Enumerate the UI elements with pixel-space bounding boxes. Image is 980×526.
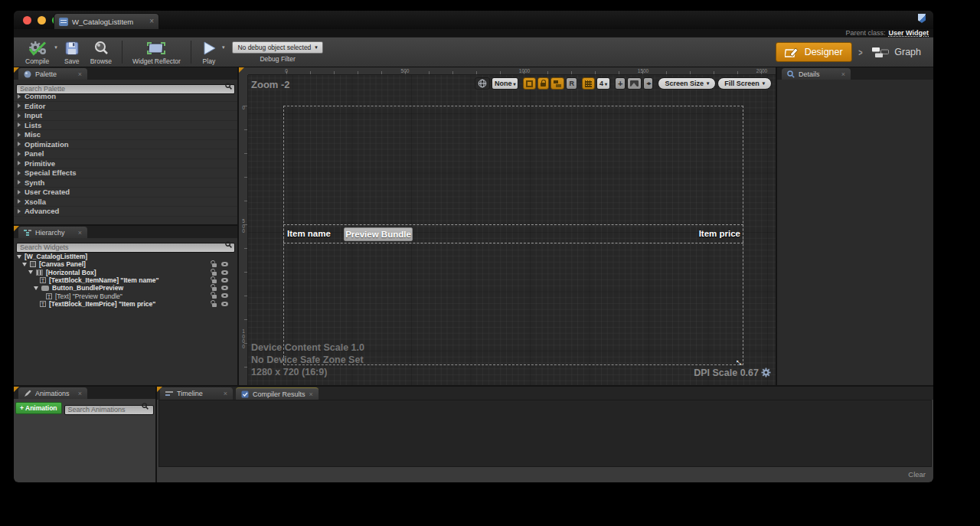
item-price-text-widget[interactable]: Item price bbox=[699, 224, 740, 243]
expander-icon[interactable] bbox=[17, 255, 21, 259]
expander-icon[interactable] bbox=[28, 270, 33, 274]
horizontal-ruler: 0 500 1000 1500 2000 bbox=[248, 67, 776, 75]
hierarchy-search-input[interactable] bbox=[16, 243, 235, 253]
designer-mode-button[interactable]: Designer bbox=[776, 42, 852, 62]
grid-size-dropdown[interactable]: 4 ▾ bbox=[596, 77, 610, 90]
close-panel-icon[interactable]: × bbox=[78, 70, 82, 78]
graph-mode-button[interactable]: Graph bbox=[868, 47, 924, 58]
tree-row-textblock-itemname[interactable]: T [TextBlock_ItemName] "Item name" bbox=[14, 276, 237, 284]
designer-icon bbox=[785, 46, 800, 59]
designer-canvas[interactable]: 0 500 1000 1500 2000 0 500 1000 Zoom -2 bbox=[239, 67, 776, 385]
compiler-results-icon bbox=[241, 390, 249, 398]
tree-row-textblock-itemprice[interactable]: T [TextBlock_ItemPrice] "Item price" bbox=[14, 300, 237, 308]
palette-category-optimization[interactable]: Optimization bbox=[14, 140, 237, 150]
lock-icon[interactable] bbox=[212, 263, 217, 267]
debug-object-dropdown[interactable]: No debug object selected ▾ bbox=[232, 41, 322, 54]
close-window-button[interactable] bbox=[23, 16, 31, 25]
details-tab[interactable]: Details × bbox=[782, 68, 851, 80]
compile-gears-icon bbox=[27, 40, 48, 57]
palette-category-panel[interactable]: Panel bbox=[14, 149, 237, 159]
preview-background-button[interactable] bbox=[627, 77, 642, 90]
device-content-scale-label: Device Content Scale 1.0 bbox=[251, 342, 364, 353]
grid-snap-toggle-button[interactable] bbox=[582, 77, 595, 90]
palette-category-advanced[interactable]: Advanced bbox=[14, 207, 237, 217]
compile-options-caret-icon[interactable]: ▾ bbox=[54, 44, 57, 51]
tab-well-marker-icon bbox=[14, 226, 19, 231]
visibility-eye-icon[interactable] bbox=[221, 293, 228, 298]
visibility-eye-icon[interactable] bbox=[221, 302, 228, 306]
close-panel-icon[interactable]: × bbox=[841, 70, 845, 78]
hierarchy-tab[interactable]: Hierarchy × bbox=[18, 227, 87, 238]
chevron-down-icon: ▾ bbox=[605, 81, 607, 87]
asset-document-tab[interactable]: W_CatalogListItem × bbox=[54, 13, 159, 29]
palette-search-input[interactable] bbox=[16, 84, 235, 94]
palette-category-lists[interactable]: Lists bbox=[14, 121, 237, 131]
details-icon bbox=[787, 70, 795, 78]
flip-preview-button[interactable]: ◂▸ bbox=[643, 77, 653, 90]
animations-tab[interactable]: Animations × bbox=[18, 387, 87, 399]
lock-icon[interactable] bbox=[212, 295, 217, 299]
palette-category-synth[interactable]: Synth bbox=[14, 178, 237, 188]
lock-icon[interactable] bbox=[212, 272, 217, 276]
visibility-eye-icon[interactable] bbox=[221, 270, 228, 275]
dpi-scale-label: DPI Scale 0.67 bbox=[694, 368, 759, 378]
palette-category-xsolla[interactable]: Xsolla bbox=[14, 198, 237, 207]
zoom-to-fit-button[interactable]: + bbox=[615, 77, 626, 90]
tree-row-horizontal-box[interactable]: [Horizontal Box] bbox=[14, 269, 237, 276]
lock-icon[interactable] bbox=[212, 279, 217, 283]
ruler-tick-label: 500 bbox=[241, 219, 246, 234]
expander-icon[interactable] bbox=[22, 263, 27, 266]
save-button[interactable]: Save bbox=[59, 38, 85, 67]
tree-row-text-preview-bundle[interactable]: T [Text] "Preview Bundle" bbox=[14, 292, 237, 299]
animations-tab-strip: Animations × bbox=[14, 387, 155, 399]
clear-log-button[interactable]: Clear bbox=[908, 470, 926, 479]
widget-reflector-button[interactable]: Widget Reflector bbox=[127, 38, 186, 67]
palette-category-editor[interactable]: Editor bbox=[14, 102, 237, 112]
palette-tab[interactable]: Palette × bbox=[18, 68, 87, 80]
compiler-results-tab[interactable]: Compiler Results × bbox=[236, 387, 318, 400]
play-button[interactable]: Play bbox=[196, 38, 222, 67]
fill-screen-dropdown[interactable]: Fill Screen ▾ bbox=[717, 77, 772, 90]
visibility-eye-icon[interactable] bbox=[221, 278, 228, 283]
details-panel: Details × bbox=[777, 67, 933, 385]
palette-category-input[interactable]: Input bbox=[14, 111, 237, 121]
preview-bundle-button-widget[interactable]: Preview Bundle bbox=[344, 227, 413, 241]
lock-widgets-button[interactable] bbox=[537, 77, 549, 90]
close-panel-icon[interactable]: × bbox=[224, 390, 227, 397]
compiler-results-log[interactable] bbox=[158, 400, 932, 467]
palette-category-special-effects[interactable]: Special Effects bbox=[14, 168, 237, 178]
close-panel-icon[interactable]: × bbox=[309, 390, 313, 398]
expander-icon[interactable] bbox=[34, 286, 38, 290]
palette-category-user-created[interactable]: User Created bbox=[14, 188, 237, 198]
add-animation-button[interactable]: + Animation bbox=[15, 402, 62, 414]
lock-icon[interactable] bbox=[212, 287, 217, 291]
raw-edit-button[interactable]: R bbox=[566, 77, 577, 90]
widget-reflector-icon bbox=[146, 40, 166, 57]
culture-dropdown[interactable]: None ▾ bbox=[492, 77, 519, 90]
localization-preview-button[interactable] bbox=[475, 77, 490, 90]
item-name-text-widget[interactable]: Item name bbox=[287, 224, 331, 243]
play-options-caret-icon[interactable]: ▾ bbox=[222, 44, 225, 51]
browse-button[interactable]: Browse bbox=[85, 38, 117, 67]
outline-toggle-button[interactable] bbox=[523, 77, 536, 90]
tree-row-canvas-panel[interactable]: [Canvas Panel] bbox=[14, 260, 237, 268]
animations-search-input[interactable] bbox=[64, 405, 154, 415]
timeline-tab[interactable]: Timeline × bbox=[160, 387, 233, 400]
resolution-label: 1280 x 720 (16:9) bbox=[251, 367, 327, 377]
screen-size-dropdown[interactable]: Screen Size ▾ bbox=[658, 77, 716, 90]
compile-button[interactable]: Compile bbox=[20, 38, 54, 67]
palette-category-misc[interactable]: Misc bbox=[14, 130, 237, 140]
minimize-window-button[interactable] bbox=[38, 16, 46, 25]
visibility-eye-icon[interactable] bbox=[221, 262, 228, 266]
lock-icon[interactable] bbox=[212, 303, 217, 307]
tree-row-root[interactable]: [W_CatalogListItem] bbox=[14, 253, 237, 260]
visibility-eye-icon[interactable] bbox=[221, 286, 228, 290]
close-panel-icon[interactable]: × bbox=[78, 229, 82, 237]
palette-category-primitive[interactable]: Primitive bbox=[14, 159, 237, 169]
tree-row-button-bundlepreview[interactable]: Button_BundlePreview bbox=[14, 284, 237, 292]
dpi-settings-gear-icon[interactable] bbox=[761, 368, 771, 377]
snap-widget-button[interactable] bbox=[550, 77, 564, 90]
close-tab-icon[interactable]: × bbox=[149, 18, 154, 25]
close-panel-icon[interactable]: × bbox=[78, 390, 82, 397]
parent-class-link[interactable]: User Widget bbox=[889, 29, 929, 37]
